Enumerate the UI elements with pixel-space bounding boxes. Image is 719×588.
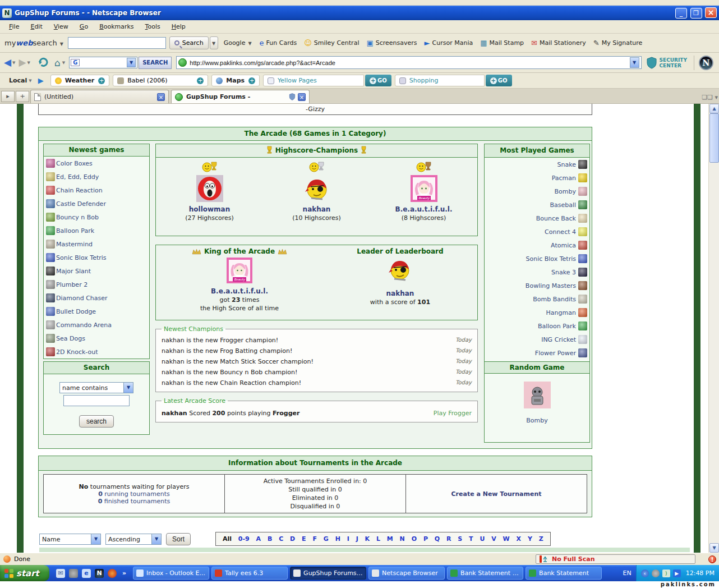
local-item-weather[interactable]: Weather bbox=[50, 75, 110, 86]
quick-launch-mail-icon[interactable]: ✉ bbox=[56, 569, 65, 578]
game-search-input[interactable] bbox=[63, 395, 130, 406]
home-button[interactable]: ⌂ bbox=[54, 57, 61, 68]
game-link[interactable]: Bomb Bandits bbox=[485, 292, 589, 306]
alphabet-link[interactable]: Q bbox=[435, 535, 440, 543]
alphabet-link[interactable]: S bbox=[458, 535, 462, 543]
error-icon[interactable] bbox=[708, 555, 716, 563]
leader-name[interactable]: nakhan bbox=[323, 290, 477, 297]
language-indicator[interactable]: EN bbox=[623, 569, 631, 577]
forward-button[interactable]: ▶ bbox=[19, 58, 26, 67]
menu-item[interactable]: Edit bbox=[25, 21, 48, 32]
game-link[interactable]: Snake bbox=[485, 158, 589, 171]
tab-list-button[interactable]: ▸ bbox=[1, 91, 15, 102]
game-link[interactable]: Snake 3 bbox=[485, 265, 589, 279]
toolbar-link[interactable]: ✉Mail Stationery bbox=[531, 39, 586, 47]
vertical-scrollbar[interactable] bbox=[708, 104, 719, 553]
close-button[interactable] bbox=[705, 7, 717, 18]
mywebsearch-menu[interactable]: mywebsearch bbox=[4, 39, 63, 47]
menu-item[interactable]: File bbox=[3, 21, 25, 32]
toolbar-link[interactable]: ▣Screensavers bbox=[366, 39, 417, 47]
sort-order-select[interactable]: Ascending bbox=[105, 534, 162, 545]
quick-launch-red-icon[interactable] bbox=[108, 569, 117, 578]
tab-close-icon[interactable] bbox=[298, 93, 306, 101]
game-link[interactable]: Chain Reaction bbox=[44, 183, 149, 197]
alphabet-link[interactable]: V bbox=[491, 535, 496, 543]
game-link[interactable]: Plumber 2 bbox=[44, 278, 149, 291]
game-link[interactable]: Sonic Blox Tetris bbox=[485, 252, 589, 265]
alphabet-link[interactable]: H bbox=[335, 535, 340, 543]
chevron-down-icon[interactable] bbox=[127, 58, 136, 67]
back-history-caret[interactable] bbox=[12, 61, 15, 65]
alphabet-link[interactable]: L bbox=[376, 535, 380, 543]
champion-name[interactable]: nakhan bbox=[263, 205, 370, 213]
alphabet-link[interactable]: E bbox=[302, 535, 306, 543]
mws-search-input[interactable] bbox=[68, 37, 166, 49]
taskbar-task[interactable]: Netscape Browser bbox=[368, 567, 445, 580]
local-item-babel[interactable]: Babel (2006) bbox=[113, 75, 208, 86]
clock[interactable]: 12:48 PM bbox=[686, 569, 715, 577]
game-link[interactable]: Color Boxes bbox=[44, 157, 149, 170]
game-link[interactable]: Baseball bbox=[485, 198, 589, 212]
tab-gupshup-forums[interactable]: GupShup Forums - bbox=[171, 90, 310, 103]
alphabet-link[interactable]: Y bbox=[528, 535, 532, 543]
king-name[interactable]: B.e.a.u.t.i.f.u.l. bbox=[156, 287, 323, 295]
alphabet-link[interactable]: C bbox=[279, 535, 283, 543]
champion-name[interactable]: hollowman bbox=[156, 205, 263, 213]
menu-item[interactable]: Go bbox=[74, 21, 94, 32]
game-link[interactable]: Bomby bbox=[485, 185, 589, 198]
netscape-logo[interactable] bbox=[699, 56, 713, 70]
avatar-nakhan[interactable] bbox=[387, 256, 413, 282]
toolbar-link[interactable]: ►Cursor Mania bbox=[425, 39, 473, 47]
tray-media-icon[interactable]: ▶ bbox=[673, 569, 681, 577]
google-menu[interactable]: Google bbox=[224, 39, 252, 47]
tray-network-icon[interactable]: ) bbox=[662, 569, 670, 577]
security-center-button[interactable]: SECURITYCENTER bbox=[646, 57, 687, 69]
quick-launch-netscape-icon[interactable]: N bbox=[95, 569, 104, 578]
sort-button[interactable]: Sort bbox=[166, 533, 191, 545]
url-history-caret[interactable] bbox=[630, 57, 639, 68]
alphabet-link[interactable]: O bbox=[412, 535, 417, 543]
taskbar-task[interactable]: Tally ees 6.3 bbox=[211, 567, 288, 580]
local-caret[interactable] bbox=[29, 79, 31, 83]
game-link[interactable]: Atomica bbox=[485, 238, 589, 252]
minimize-button[interactable] bbox=[675, 8, 687, 19]
alphabet-link[interactable]: W bbox=[503, 535, 510, 543]
game-link[interactable]: Connect 4 bbox=[485, 225, 589, 238]
game-link[interactable]: Ed, Edd, Eddy bbox=[44, 170, 149, 183]
plus-icon[interactable] bbox=[248, 77, 255, 84]
game-link[interactable]: Bouncy n Bob bbox=[44, 210, 149, 224]
running-tournaments-link[interactable]: 0 running tournaments bbox=[44, 490, 224, 498]
toolbar-link[interactable]: ▦Mail Stamp bbox=[480, 39, 524, 47]
taskbar-task[interactable]: GupShup Forums ... bbox=[290, 567, 366, 580]
game-link[interactable]: Mastermind bbox=[44, 237, 149, 251]
back-button[interactable]: ◀ bbox=[4, 58, 11, 67]
game-link[interactable]: Commando Arena bbox=[44, 318, 149, 332]
alphabet-link[interactable]: J bbox=[356, 535, 358, 543]
sort-by-select[interactable]: Name bbox=[39, 534, 101, 545]
quick-launch-ie-icon[interactable]: e bbox=[82, 569, 91, 578]
alphabet-link[interactable]: Z bbox=[539, 535, 543, 543]
alphabet-link[interactable]: F bbox=[312, 535, 317, 543]
home-caret[interactable] bbox=[62, 61, 65, 65]
quick-launch-overflow-icon[interactable]: » bbox=[122, 569, 126, 577]
start-button[interactable]: start bbox=[0, 565, 49, 581]
address-bar[interactable] bbox=[176, 56, 641, 69]
menu-item[interactable]: View bbox=[48, 21, 74, 32]
game-link[interactable]: 2D Knock-out bbox=[44, 345, 149, 359]
random-game-thumbnail[interactable] bbox=[524, 382, 551, 408]
tab-close-icon[interactable] bbox=[157, 93, 165, 101]
alphabet-link[interactable]: X bbox=[517, 535, 521, 543]
mws-search-caret[interactable] bbox=[210, 36, 218, 49]
toolbar-link[interactable]: ✎My Signature bbox=[593, 39, 642, 47]
alphabet-link[interactable]: D bbox=[290, 535, 295, 543]
game-link[interactable]: Flower Power bbox=[485, 346, 589, 360]
game-link[interactable]: Pacman bbox=[485, 171, 589, 185]
mws-search-button[interactable]: Search bbox=[169, 36, 209, 49]
avatar-beautiful[interactable]: Beauty bbox=[411, 175, 437, 202]
taskbar-task[interactable]: Inbox - Outlook E... bbox=[133, 567, 209, 580]
menu-item[interactable]: Help bbox=[166, 21, 191, 32]
alphabet-link[interactable]: P bbox=[423, 535, 428, 543]
finished-tournaments-link[interactable]: 0 finished tournaments bbox=[44, 498, 224, 505]
alphabet-link[interactable]: U bbox=[480, 535, 485, 543]
alphabet-all-link[interactable]: All bbox=[223, 535, 232, 543]
